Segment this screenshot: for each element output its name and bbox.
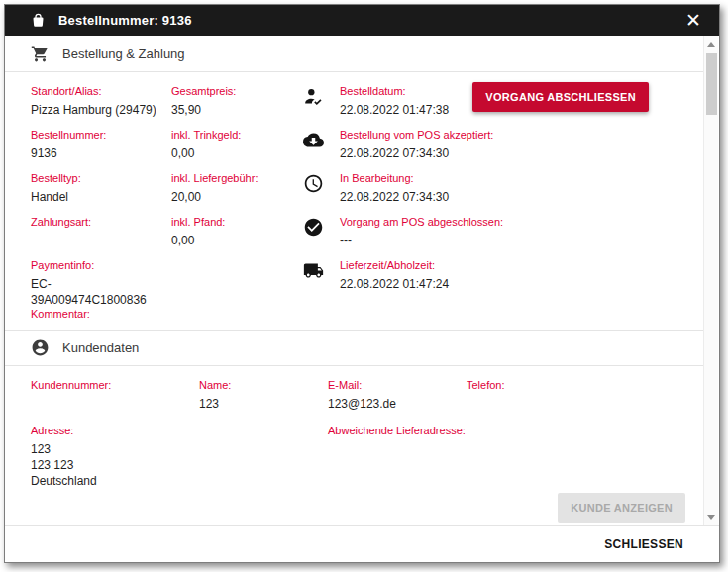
dialog-content: Bestellung & Zahlung Standort/Alias: Piz…	[5, 36, 703, 525]
vertical-scrollbar[interactable]	[703, 36, 718, 525]
field-kommentar: Kommentar:	[31, 308, 171, 326]
field-label: E-Mail:	[328, 379, 467, 392]
field-label: Telefon:	[467, 379, 703, 392]
field-label: Gesamtpreis:	[171, 85, 303, 98]
timeline-item-pos-abgeschlossen: Vorgang am POS abgeschlossen: ---	[303, 216, 551, 259]
order-detail-dialog: Bestellnummer: 9136 ✕ Bestellung & Zahlu…	[4, 4, 720, 563]
section-title-customer: Kundendaten	[62, 340, 139, 355]
scroll-thumb[interactable]	[706, 53, 717, 115]
field-label: Bestellung vom POS akzeptiert:	[340, 129, 493, 142]
customer-actions: KUNDE ANZEIGEN	[31, 489, 703, 525]
field-value: Pizza Hamburg (29479)	[31, 102, 171, 118]
field-value: 22.08.2022 01:47:38	[340, 102, 459, 118]
section-title-order: Bestellung & Zahlung	[62, 47, 185, 61]
order-timeline: Bestelldatum: 22.08.2022 01:47:38 Bestel…	[303, 85, 551, 326]
scroll-down-icon[interactable]	[704, 510, 718, 524]
field-value: 123	[199, 396, 328, 412]
field-value: 35,90	[171, 102, 303, 118]
field-value: ---	[340, 233, 503, 248]
field-label: In Bearbeitung:	[340, 172, 459, 185]
field-value: 22.08.2022 01:47:24	[340, 276, 459, 292]
field-adresse: Adresse: 123 123 123 Deutschland	[31, 425, 328, 489]
field-value: EC- 39A009474C1800836	[31, 276, 171, 308]
field-value: 22.08.2022 07:34:30	[340, 189, 459, 205]
field-kundennummer: Kundennummer:	[31, 379, 199, 425]
field-bestelltyp: Bestelltyp: Handel	[31, 172, 171, 216]
field-trinkgeld: inkl. Trinkgeld: 0,00	[171, 129, 303, 172]
person-circle-icon	[31, 338, 50, 357]
field-label: inkl. Liefergebühr:	[171, 172, 303, 185]
truck-icon	[303, 259, 325, 303]
field-label: Paymentinfo:	[31, 259, 171, 272]
field-name: Name: 123	[199, 379, 328, 425]
section-header-customer: Kundendaten	[5, 330, 703, 366]
field-value: 123@123.de	[328, 396, 467, 412]
field-paymentinfo: Paymentinfo: EC- 39A009474C1800836	[31, 259, 171, 308]
dialog-title: Bestellnummer: 9136	[58, 13, 679, 28]
field-gesamtpreis: Gesamtpreis: 35,90	[171, 85, 303, 129]
field-pfand: inkl. Pfand: 0,00	[171, 216, 303, 259]
field-label: Vorgang am POS abgeschlossen:	[340, 216, 503, 229]
field-label: Bestellnummer:	[31, 129, 171, 142]
timeline-item-lieferzeit: Lieferzeit/Abholzeit: 22.08.2022 01:47:2…	[303, 259, 551, 303]
field-value: 9136	[31, 145, 171, 161]
order-body: Standort/Alias: Pizza Hamburg (29479) Be…	[5, 72, 703, 330]
vorgang-abschliessen-button[interactable]: VORGANG ABSCHLIESSEN	[472, 82, 649, 112]
cart-icon	[31, 45, 50, 63]
clock-icon	[303, 172, 325, 216]
dialog-titlebar: Bestellnummer: 9136 ✕	[5, 5, 719, 36]
field-value: 0,00	[171, 145, 303, 161]
customer-body: Kundennummer: Name: 123 E-Mail: 123@123.…	[5, 366, 703, 525]
customer-row-1: Kundennummer: Name: 123 E-Mail: 123@123.…	[31, 379, 703, 425]
kunde-anzeigen-button[interactable]: KUNDE ANZEIGEN	[558, 493, 685, 523]
field-label: Lieferzeit/Abholzeit:	[340, 259, 459, 272]
field-label: Kundennummer:	[31, 379, 199, 392]
customer-row-2: Adresse: 123 123 123 Deutschland Abweich…	[31, 425, 703, 489]
scroll-up-icon[interactable]	[704, 37, 718, 51]
check-circle-icon	[303, 216, 325, 259]
field-label: Abweichende Lieferadresse:	[328, 425, 703, 437]
field-value: 20,00	[171, 189, 303, 205]
field-label: Name:	[199, 379, 328, 392]
field-value: 0,00	[171, 233, 303, 248]
field-label: Bestelldatum:	[340, 85, 459, 98]
field-value: Handel	[31, 189, 171, 205]
schliessen-button[interactable]: SCHLIESSEN	[596, 531, 691, 557]
field-label: Standort/Alias:	[31, 85, 171, 98]
field-label: inkl. Trinkgeld:	[171, 129, 303, 142]
field-value: 22.08.2022 07:34:30	[340, 145, 493, 161]
field-zahlungsart: Zahlungsart:	[31, 216, 171, 259]
close-icon[interactable]: ✕	[679, 9, 707, 32]
timeline-item-pos-akzeptiert: Bestellung vom POS akzeptiert: 22.08.202…	[303, 129, 551, 172]
field-lieferadresse: Abweichende Lieferadresse:	[328, 425, 703, 489]
field-liefergebuehr: inkl. Liefergebühr: 20,00	[171, 172, 303, 216]
shopping-bag-icon	[31, 13, 46, 28]
field-standort-alias: Standort/Alias: Pizza Hamburg (29479)	[31, 85, 171, 129]
field-label: Kommentar:	[31, 308, 171, 321]
section-header-order: Bestellung & Zahlung	[5, 36, 703, 72]
field-telefon: Telefon:	[467, 379, 703, 425]
field-label: Adresse:	[31, 425, 328, 437]
timeline-item-in-bearbeitung: In Bearbeitung: 22.08.2022 07:34:30	[303, 172, 551, 216]
field-bestellnummer: Bestellnummer: 9136	[31, 129, 171, 172]
order-column-2: Gesamtpreis: 35,90 inkl. Trinkgeld: 0,00…	[171, 85, 303, 326]
field-label: inkl. Pfand:	[171, 216, 303, 229]
field-email: E-Mail: 123@123.de	[328, 379, 467, 425]
order-column-1: Standort/Alias: Pizza Hamburg (29479) Be…	[31, 85, 171, 326]
person-check-icon	[303, 85, 325, 129]
cloud-download-icon	[303, 129, 325, 172]
dialog-footer: SCHLIESSEN	[5, 525, 719, 562]
field-label: Bestelltyp:	[31, 172, 171, 185]
field-value: 123 123 123 Deutschland	[31, 441, 328, 489]
field-label: Zahlungsart:	[31, 216, 171, 229]
